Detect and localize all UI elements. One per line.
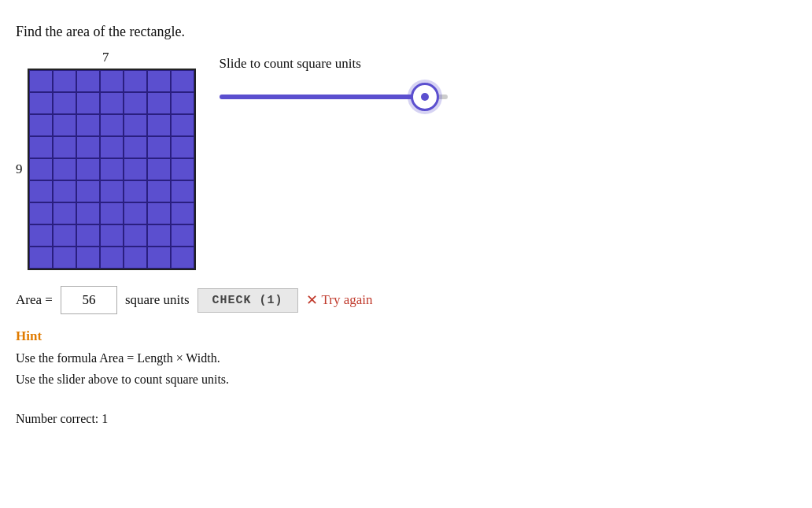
grid-cell <box>147 70 171 92</box>
try-again-label: Try again <box>322 292 373 308</box>
grid-cell <box>124 158 147 180</box>
grid-cell <box>171 158 194 180</box>
hint-title: Hint <box>16 328 796 344</box>
grid-canvas <box>28 69 196 270</box>
grid-cell <box>100 247 124 269</box>
grid-cell <box>171 180 194 202</box>
grid-cell <box>29 92 53 114</box>
area-prefix-label: Area = <box>16 292 53 308</box>
grid-cell <box>147 202 171 224</box>
grid-cell <box>53 158 76 180</box>
grid-area: 7 9 <box>16 50 196 270</box>
grid-col-label: 7 <box>102 50 109 65</box>
grid-cell <box>76 202 100 224</box>
answer-row: Area = square units CHECK (1) ✕ Try agai… <box>16 286 796 314</box>
grid-cell <box>100 180 124 202</box>
grid-cell <box>171 224 194 247</box>
grid-cell <box>100 158 124 180</box>
grid-cell <box>124 92 147 114</box>
slider-label: Slide to count square units <box>220 56 361 72</box>
grid-cell <box>29 202 53 224</box>
grid-cell <box>29 158 53 180</box>
question-text: Find the area of the rectangle. <box>16 24 796 40</box>
grid-cell <box>29 224 53 247</box>
number-correct: Number correct: 1 <box>16 412 796 426</box>
grid-cell <box>100 202 124 224</box>
grid-cell <box>147 247 171 269</box>
hint-line2: Use the slider above to count square uni… <box>16 369 796 390</box>
grid-cell <box>100 224 124 247</box>
grid-cell <box>76 70 100 92</box>
grid-cell <box>171 202 194 224</box>
square-units-label: square units <box>125 292 190 308</box>
grid-cell <box>171 247 194 269</box>
grid-cell <box>53 70 76 92</box>
grid-cell <box>53 114 76 136</box>
grid-cell <box>124 70 147 92</box>
grid-cell <box>29 180 53 202</box>
grid-cell <box>53 224 76 247</box>
grid-cell <box>76 224 100 247</box>
grid-cell <box>53 247 76 269</box>
grid-row-label: 9 <box>16 161 23 177</box>
grid-cell <box>76 92 100 114</box>
slider-track-wrapper[interactable] <box>220 83 448 111</box>
grid-cell <box>100 136 124 158</box>
grid-cell <box>147 114 171 136</box>
grid-row-wrapper: 9 <box>16 69 196 270</box>
grid-cell <box>76 180 100 202</box>
grid-cell <box>29 114 53 136</box>
grid-cell <box>76 158 100 180</box>
grid-cell <box>171 114 194 136</box>
grid-cell <box>124 247 147 269</box>
try-again-button[interactable]: ✕ Try again <box>306 291 373 309</box>
slider-thumb-inner <box>421 93 429 101</box>
grid-cell <box>29 247 53 269</box>
grid-cell <box>147 136 171 158</box>
grid-cell <box>147 180 171 202</box>
grid-cell <box>124 224 147 247</box>
grid-cell <box>171 92 194 114</box>
grid-cell <box>124 114 147 136</box>
grid-cell <box>76 114 100 136</box>
grid-cell <box>53 92 76 114</box>
grid-cell <box>53 136 76 158</box>
hint-section: Hint Use the formula Area = Length × Wid… <box>16 328 796 390</box>
grid-cell <box>100 114 124 136</box>
area-input[interactable] <box>61 286 117 314</box>
grid-cell <box>124 136 147 158</box>
grid-cell <box>147 92 171 114</box>
grid-cell <box>100 92 124 114</box>
grid-cell <box>29 136 53 158</box>
grid-cell <box>171 70 194 92</box>
slider-thumb[interactable] <box>411 83 439 111</box>
grid-cell <box>147 224 171 247</box>
slider-section: Slide to count square units <box>220 50 448 111</box>
grid-cell <box>29 70 53 92</box>
grid-cell <box>171 136 194 158</box>
check-button[interactable]: CHECK (1) <box>197 288 298 313</box>
grid-cell <box>147 158 171 180</box>
grid-cell <box>76 247 100 269</box>
grid-cell <box>53 180 76 202</box>
grid-cell <box>100 70 124 92</box>
main-content: 7 9 Slide to count square units <box>16 50 796 270</box>
x-icon: ✕ <box>306 291 318 309</box>
grid-cell <box>76 136 100 158</box>
grid-cell <box>53 202 76 224</box>
grid-cell <box>124 202 147 224</box>
hint-line1: Use the formula Area = Length × Width. <box>16 347 796 369</box>
grid-cell <box>124 180 147 202</box>
